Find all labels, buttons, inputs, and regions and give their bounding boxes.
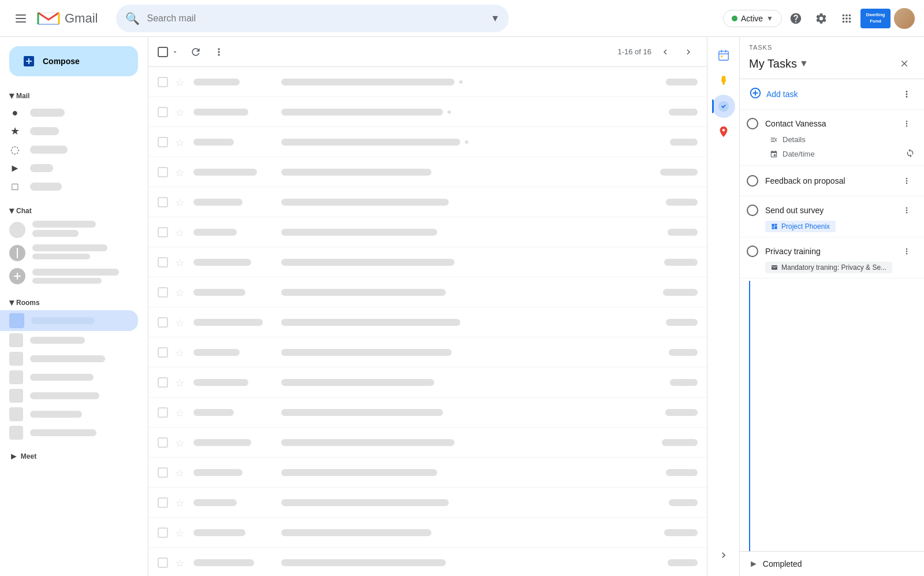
task-more-button-3[interactable] [899,202,915,218]
email-row[interactable]: ☆ [148,397,707,428]
task-datetime-row[interactable]: Date/time [765,147,919,161]
row-star-icon[interactable]: ☆ [175,497,187,508]
row-star-icon[interactable]: ☆ [175,347,187,358]
row-star-icon[interactable]: ☆ [175,467,187,478]
mail-section-label[interactable]: ▾ Mail [0,86,147,103]
select-all-checkbox[interactable] [158,47,168,57]
room-item-2[interactable] [0,331,147,350]
email-row[interactable]: ☆ [148,247,707,277]
row-checkbox[interactable] [158,77,168,87]
search-input[interactable] [147,13,483,24]
email-row[interactable]: ☆ [148,97,707,127]
row-star-icon[interactable]: ☆ [175,257,187,268]
row-star-icon[interactable]: ☆ [175,557,187,568]
maps-side-icon[interactable] [712,120,735,143]
email-row[interactable]: ☆ [148,548,707,576]
room-item-5[interactable] [0,387,147,405]
email-row[interactable]: ☆ [148,187,707,217]
room-item-1[interactable] [0,310,138,331]
row-checkbox[interactable] [158,437,168,448]
chat-section-label[interactable]: ▾ Chat [0,200,147,218]
keep-side-icon[interactable] [712,69,735,92]
expand-side-icon[interactable] [712,544,735,567]
row-checkbox[interactable] [158,497,168,508]
row-star-icon[interactable]: ☆ [175,437,187,448]
task-circle-2[interactable] [747,175,758,187]
select-all-checkbox-area[interactable] [158,46,181,58]
task-more-button-4[interactable] [899,243,915,259]
row-checkbox[interactable] [158,377,168,388]
meet-section-label[interactable]: ► Meet [0,447,147,464]
select-dropdown-button[interactable] [169,46,181,58]
task-circle-1[interactable] [747,118,758,129]
room-item-7[interactable] [0,423,147,442]
row-star-icon[interactable]: ☆ [175,166,187,178]
tasks-side-icon[interactable] [712,95,735,118]
row-checkbox[interactable] [158,257,168,267]
room-item-4[interactable] [0,368,147,387]
row-star-icon[interactable]: ☆ [175,377,187,388]
email-row[interactable]: ☆ [148,307,707,337]
prev-page-button[interactable] [656,43,675,61]
row-star-icon[interactable]: ☆ [175,317,187,328]
row-checkbox[interactable] [158,107,168,117]
email-row[interactable]: ☆ [148,67,707,97]
room-item-3[interactable] [0,350,147,368]
tasks-title-dropdown-icon[interactable]: ▼ [799,58,808,69]
row-checkbox[interactable] [158,137,168,147]
email-row[interactable]: ☆ [148,127,707,157]
row-checkbox[interactable] [158,558,168,568]
rooms-section-label[interactable]: ▾ Rooms [0,292,147,310]
account-area[interactable]: DwellingFund [860,8,915,29]
sidebar-item-starred[interactable]: ★ [0,122,138,140]
help-button[interactable] [784,7,807,30]
row-checkbox[interactable] [158,527,168,538]
row-checkbox[interactable] [158,317,168,328]
email-row[interactable]: ☆ [148,277,707,307]
sidebar-item-snoozed[interactable]: ◌ [0,140,138,159]
apps-button[interactable] [835,7,858,30]
row-star-icon[interactable]: ☆ [175,76,187,88]
row-star-icon[interactable]: ☆ [175,136,187,148]
add-task-row[interactable]: Add task [740,79,924,110]
row-star-icon[interactable]: ☆ [175,226,187,238]
row-checkbox[interactable] [158,167,168,177]
compose-button[interactable]: Compose [9,46,138,76]
task-repeat-icon[interactable] [906,148,915,159]
search-bar[interactable]: 🔍 ▼ [116,5,509,32]
chat-item-2[interactable] [0,241,147,265]
chat-item-1[interactable] [0,218,147,241]
next-page-button[interactable] [679,43,698,61]
email-row[interactable]: ☆ [148,428,707,458]
active-status-button[interactable]: Active ▼ [723,10,782,27]
task-project-tag[interactable]: Project Phoenix [765,221,836,232]
email-row[interactable]: ☆ [148,458,707,488]
row-star-icon[interactable]: ☆ [175,106,187,118]
sidebar-item-drafts[interactable]: □ [0,177,138,196]
settings-button[interactable] [810,7,833,30]
row-checkbox[interactable] [158,227,168,237]
email-row[interactable]: ☆ [148,488,707,518]
calendar-side-icon[interactable] [712,44,735,67]
refresh-button[interactable] [185,42,206,62]
row-checkbox[interactable] [158,407,168,418]
email-row[interactable]: ☆ [148,217,707,247]
sidebar-item-sent[interactable]: ► [0,159,138,177]
email-row[interactable]: ☆ [148,367,707,397]
task-details-row[interactable]: Details [765,134,924,145]
room-item-6[interactable] [0,405,147,423]
sidebar-item-inbox[interactable]: ● [0,103,138,122]
task-circle-4[interactable] [747,246,758,257]
task-more-button-2[interactable] [899,173,915,189]
avatar[interactable] [894,8,915,29]
menu-button[interactable] [9,7,32,30]
row-star-icon[interactable]: ☆ [175,527,187,538]
row-checkbox[interactable] [158,467,168,478]
add-task-more-button[interactable] [899,86,915,102]
task-circle-3[interactable] [747,205,758,216]
completed-row[interactable]: ► Completed [740,551,924,576]
tasks-close-button[interactable] [894,53,915,74]
row-star-icon[interactable]: ☆ [175,287,187,298]
row-checkbox[interactable] [158,197,168,207]
chat-item-3[interactable] [0,265,147,288]
